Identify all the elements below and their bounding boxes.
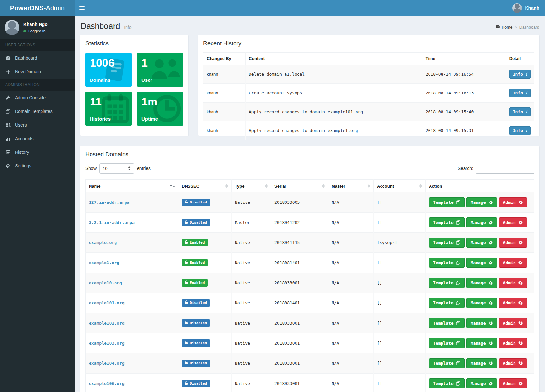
dnssec-badge[interactable]: Disabled (182, 319, 210, 327)
template-button[interactable]: Template (429, 358, 465, 368)
column-header-dnssec[interactable]: DNSSEC (178, 180, 232, 192)
sidebar-toggle-button[interactable] (75, 0, 90, 16)
admin-button[interactable]: Admin (499, 258, 527, 268)
admin-button[interactable]: Admin (499, 338, 527, 348)
manage-button[interactable]: Manage (466, 298, 497, 308)
sidebar-item-history[interactable]: History (0, 145, 75, 159)
info-button[interactable]: Infoi (509, 126, 531, 135)
sidebar-item-accounts[interactable]: Accounts (0, 132, 75, 145)
info-button[interactable]: Infoi (509, 70, 531, 79)
domain-link[interactable]: example.org (89, 240, 117, 245)
cell-name: 3.2.1.in-addr.arpa (86, 213, 178, 233)
admin-button[interactable]: Admin (499, 197, 527, 207)
domain-link[interactable]: 127.in-addr.arpa (89, 200, 129, 205)
unlock-icon (185, 381, 188, 386)
dnssec-badge[interactable]: Disabled (182, 360, 210, 367)
hosted-domains-panel: Hosted Domains Show 10 entries Search: (80, 146, 540, 392)
manage-button[interactable]: Manage (466, 197, 497, 207)
cell-content: Create account sysops (246, 84, 422, 103)
template-button[interactable]: Template (429, 318, 465, 328)
domain-link[interactable]: example1.org (89, 260, 119, 265)
cell-time: 2018-08-14 09:16:13 (422, 84, 506, 103)
sidebar-item-domain-templates[interactable]: Domain Templates (0, 104, 75, 118)
dnssec-badge[interactable]: Enabled (182, 259, 208, 266)
dnssec-badge[interactable]: Disabled (182, 339, 210, 347)
column-header-master[interactable]: Master (328, 180, 374, 192)
manage-button[interactable]: Manage (466, 258, 497, 268)
app-logo[interactable]: PowerDNS-Admin (0, 0, 75, 16)
users-icon (5, 123, 11, 127)
dnssec-badge[interactable]: Disabled (182, 380, 210, 387)
cell-name: example106.org (86, 374, 178, 392)
lock-icon (185, 260, 188, 265)
admin-button[interactable]: Admin (499, 318, 527, 328)
admin-button[interactable]: Admin (499, 378, 527, 388)
template-button[interactable]: Template (429, 298, 465, 308)
admin-button[interactable]: Admin (499, 217, 527, 227)
template-button[interactable]: Template (429, 378, 465, 388)
manage-button[interactable]: Manage (466, 238, 497, 248)
gear-icon (518, 261, 523, 265)
breadcrumb-separator: > (515, 25, 517, 30)
recent-history-table: Changed ByContentTimeDetail khanhDelete … (203, 52, 534, 140)
sidebar-item-admin-console[interactable]: Admin Console (0, 91, 75, 104)
sidebar-item-settings[interactable]: Settings (0, 159, 75, 173)
domain-link[interactable]: example106.org (89, 381, 125, 386)
admin-button[interactable]: Admin (499, 278, 527, 288)
lock-icon (185, 240, 188, 245)
domain-row: example106.orgDisabledNative2018033001N/… (86, 374, 534, 392)
page-length-select[interactable]: 10 (99, 163, 134, 174)
template-button[interactable]: Template (429, 217, 465, 227)
manage-button[interactable]: Manage (466, 278, 497, 288)
template-button[interactable]: Template (429, 258, 465, 268)
column-header-name[interactable]: Name (86, 180, 178, 192)
dnssec-badge[interactable]: Disabled (182, 299, 210, 307)
dnssec-badge[interactable]: Enabled (182, 239, 208, 246)
button-label: Template (433, 240, 454, 245)
domain-row: example102.orgDisabledNative2018033001N/… (86, 313, 534, 333)
manage-button[interactable]: Manage (466, 338, 497, 348)
sidebar-item-new-domain[interactable]: New Domain (0, 65, 75, 79)
cell-time: 2018-08-14 09:16:54 (422, 65, 506, 84)
user-menu[interactable]: Khanh (506, 0, 545, 16)
sidebar-section-administration: ADMINISTRATION (0, 79, 75, 91)
domain-link[interactable]: example10.org (89, 280, 122, 285)
admin-button[interactable]: Admin (499, 298, 527, 308)
cell-type: Master (232, 213, 271, 233)
info-button[interactable]: Infoi (509, 107, 531, 116)
cell-action: TemplateManageAdmin (426, 192, 534, 213)
info-icon: i (526, 72, 527, 77)
sidebar-item-dashboard[interactable]: Dashboard (0, 51, 75, 65)
domain-link[interactable]: 3.2.1.in-addr.arpa (89, 220, 135, 225)
cell-master: N/A (328, 273, 374, 293)
admin-button[interactable]: Admin (499, 238, 527, 248)
domain-link[interactable]: example101.org (89, 300, 125, 305)
sidebar-item-users[interactable]: Users (0, 118, 75, 132)
manage-button[interactable]: Manage (466, 217, 497, 227)
domain-link[interactable]: example104.org (89, 361, 125, 366)
manage-button[interactable]: Manage (466, 358, 497, 368)
template-button[interactable]: Template (429, 238, 465, 248)
info-button[interactable]: Infoi (509, 89, 531, 97)
cell-dnssec: Disabled (178, 213, 232, 233)
manage-button[interactable]: Manage (466, 318, 497, 328)
clone-icon (456, 381, 460, 386)
dnssec-badge[interactable]: Disabled (182, 199, 210, 206)
breadcrumb-home-link[interactable]: Home (495, 25, 512, 30)
dnssec-badge[interactable]: Disabled (182, 219, 210, 226)
template-button[interactable]: Template (429, 197, 465, 207)
column-header-account[interactable]: Account (374, 180, 426, 192)
search-input[interactable] (476, 164, 534, 174)
dnssec-badge[interactable]: Enabled (182, 279, 208, 287)
column-header-serial[interactable]: Serial (271, 180, 328, 192)
admin-button[interactable]: Admin (499, 358, 527, 368)
column-header-type[interactable]: Type (232, 180, 271, 192)
button-label: Manage (471, 300, 486, 305)
domain-link[interactable]: example103.org (89, 341, 125, 346)
stat-label: Histories (90, 116, 111, 122)
domain-link[interactable]: example102.org (89, 321, 125, 325)
template-button[interactable]: Template (429, 338, 465, 348)
manage-button[interactable]: Manage (466, 378, 497, 388)
column-label: Type (235, 184, 244, 189)
template-button[interactable]: Template (429, 278, 465, 288)
